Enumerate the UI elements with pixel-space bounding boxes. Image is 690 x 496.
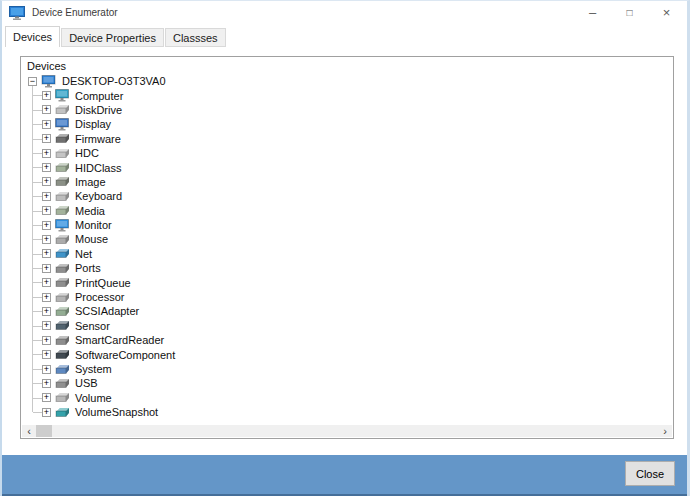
device-tree: −DESKTOP-O3T3VA0+Computer+DiskDrive+Disp…	[22, 74, 672, 419]
horizontal-scrollbar[interactable]: ‹ ›	[22, 425, 672, 437]
tree-item-icon-holder	[55, 147, 70, 160]
tree-item-icon-holder	[55, 118, 70, 131]
tree-item-icon-holder	[55, 391, 70, 404]
tree-item-row[interactable]: +HDC	[22, 146, 672, 160]
tree-item-row[interactable]: +Volume	[22, 391, 672, 405]
media-icon	[55, 204, 70, 217]
expand-icon[interactable]: +	[42, 120, 51, 129]
expand-icon[interactable]: +	[42, 163, 51, 172]
tree-item-row[interactable]: +System	[22, 362, 672, 376]
tree-connector-line	[33, 369, 42, 370]
tree-item-row[interactable]: +Computer	[22, 88, 672, 102]
tree-item-row[interactable]: +Keyboard	[22, 189, 672, 203]
expand-icon[interactable]: +	[42, 177, 51, 186]
tree-item-row[interactable]: +Ports	[22, 261, 672, 275]
tree-item-row[interactable]: +Image	[22, 175, 672, 189]
scroll-right-icon[interactable]: ›	[658, 425, 672, 437]
diskdrive-icon	[55, 103, 70, 116]
tree-item-row[interactable]: +HIDClass	[22, 160, 672, 174]
tree-item-row[interactable]: +Monitor	[22, 218, 672, 232]
tree-item-row[interactable]: +SCSIAdapter	[22, 304, 672, 318]
tree-item-icon-holder	[55, 334, 70, 347]
tab-devices[interactable]: Devices	[5, 26, 60, 47]
expand-icon[interactable]: +	[42, 365, 51, 374]
smartcardreader-icon	[55, 334, 70, 347]
tree-item-label: VolumeSnapshot	[75, 406, 158, 418]
expand-icon[interactable]: +	[42, 408, 51, 417]
expand-icon[interactable]: +	[42, 235, 51, 244]
tree-item-icon-holder	[55, 377, 70, 390]
tab-device-properties[interactable]: Device Properties	[61, 28, 164, 47]
softwarecomponent-icon	[55, 348, 70, 361]
expand-icon[interactable]: +	[42, 221, 51, 230]
tree-item-label: Firmware	[75, 133, 121, 145]
expand-icon[interactable]: +	[42, 336, 51, 345]
tree-item-row[interactable]: +Media	[22, 204, 672, 218]
expand-icon[interactable]: +	[42, 321, 51, 330]
volume-icon	[55, 391, 70, 404]
tree-item-row[interactable]: +Firmware	[22, 132, 672, 146]
tab-strip: Devices Device Properties Classses	[5, 26, 227, 47]
tree-item-row[interactable]: +SmartCardReader	[22, 333, 672, 347]
device-enumerator-window: Device Enumerator – □ × Devices Device P…	[0, 0, 690, 496]
mouse-icon	[55, 233, 70, 246]
scsiadapter-icon	[55, 305, 70, 318]
tree-item-icon-holder	[55, 204, 70, 217]
tree-root-row[interactable]: −DESKTOP-O3T3VA0	[22, 74, 672, 88]
tree-item-row[interactable]: +VolumeSnapshot	[22, 405, 672, 419]
expand-icon[interactable]: +	[42, 149, 51, 158]
tree-item-icon-holder	[55, 103, 70, 116]
tab-classes[interactable]: Classses	[165, 28, 226, 47]
expand-icon[interactable]: +	[42, 307, 51, 316]
expand-icon[interactable]: +	[42, 293, 51, 302]
tree-connector-line	[33, 124, 42, 125]
close-button[interactable]: Close	[625, 461, 675, 486]
tree-item-label: Processor	[75, 291, 125, 303]
expand-icon[interactable]: +	[42, 192, 51, 201]
printqueue-icon	[55, 276, 70, 289]
tree-connector-line	[33, 225, 42, 226]
tree-item-icon-holder	[55, 175, 70, 188]
tree-item-label: Display	[75, 118, 111, 130]
tree-item-row[interactable]: +PrintQueue	[22, 275, 672, 289]
expand-icon[interactable]: +	[42, 278, 51, 287]
expand-icon[interactable]: +	[42, 134, 51, 143]
tree-item-row[interactable]: +DiskDrive	[22, 103, 672, 117]
hidclass-icon	[55, 161, 70, 174]
tree-item-label: SmartCardReader	[75, 334, 164, 346]
minimize-icon[interactable]: –	[574, 1, 611, 24]
collapse-icon[interactable]: −	[28, 77, 37, 86]
tree-item-icon-holder	[55, 406, 70, 419]
tree-item-icon-holder	[55, 132, 70, 145]
tree-item-row[interactable]: +Sensor	[22, 319, 672, 333]
expand-icon[interactable]: +	[42, 379, 51, 388]
scrollbar-thumb[interactable]	[36, 425, 52, 437]
scroll-left-icon[interactable]: ‹	[22, 425, 36, 437]
tree-item-label: Sensor	[75, 320, 110, 332]
tree-item-icon-holder	[55, 363, 70, 376]
tree-item-row[interactable]: +Mouse	[22, 232, 672, 246]
maximize-icon[interactable]: □	[611, 1, 648, 24]
tree-item-icon-holder	[55, 233, 70, 246]
tree-item-row[interactable]: +USB	[22, 376, 672, 390]
tree-item-row[interactable]: +Display	[22, 117, 672, 131]
expand-icon[interactable]: +	[42, 105, 51, 114]
title-bar: Device Enumerator – □ ×	[2, 1, 687, 24]
tree-item-label: USB	[75, 377, 98, 389]
expand-icon[interactable]: +	[42, 393, 51, 402]
expand-icon[interactable]: +	[42, 350, 51, 359]
tree-item-row[interactable]: +Processor	[22, 290, 672, 304]
tree-item-icon-holder	[55, 89, 70, 102]
close-icon[interactable]: ×	[648, 1, 685, 24]
expand-icon[interactable]: +	[42, 206, 51, 215]
tree-item-row[interactable]: +SoftwareComponent	[22, 347, 672, 361]
expand-icon[interactable]: +	[42, 249, 51, 258]
hdc-icon	[55, 147, 70, 160]
tree-connector-line	[33, 268, 42, 269]
tree-item-row[interactable]: +Net	[22, 247, 672, 261]
expand-icon[interactable]: +	[42, 91, 51, 100]
tree-item-icon-holder	[55, 247, 70, 260]
expand-icon[interactable]: +	[42, 264, 51, 273]
tree-item-icon-holder	[55, 319, 70, 332]
tree-item-icon-holder	[55, 291, 70, 304]
